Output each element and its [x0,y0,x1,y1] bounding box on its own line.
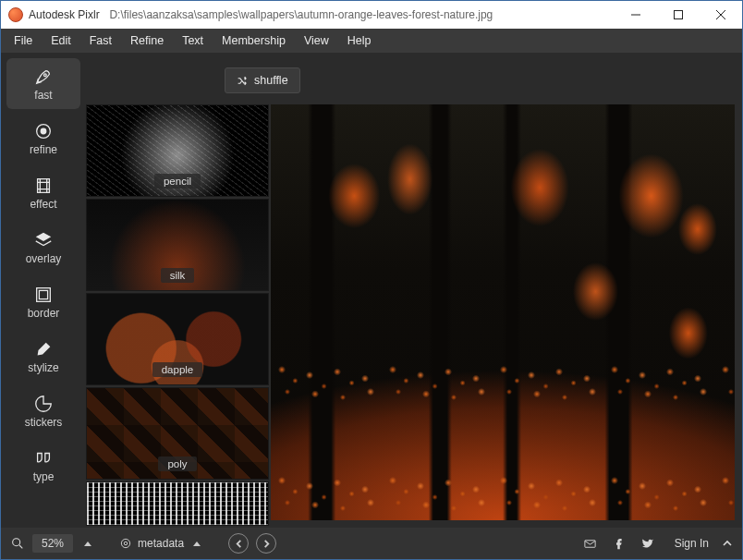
style-thumb-label: pencil [154,174,201,189]
zoom-up-icon[interactable] [84,542,91,546]
menu-refine[interactable]: Refine [121,30,173,51]
canvas-toolbar: shuffle [269,53,742,104]
svg-point-14 [13,539,20,546]
tool-type[interactable]: type [6,440,80,491]
quote-icon [33,448,54,469]
menu-fast[interactable]: Fast [80,30,121,51]
titlebar: Autodesk Pixlr D:\files\aanzaksa\samples… [1,1,742,29]
app-icon [8,7,23,22]
tool-stickers[interactable]: stickers [6,385,80,436]
tool-label: type [33,470,55,483]
tool-label: effect [30,198,56,211]
style-thumb-poly[interactable]: poly [86,387,269,480]
canvas-image [271,104,735,520]
layers-icon [33,230,54,250]
shuffle-label: shuffle [254,74,288,87]
app-name: Autodesk Pixlr [29,8,100,21]
tool-label: border [28,307,60,320]
svg-point-6 [41,128,46,134]
brush-icon [33,339,54,359]
zoom-icon[interactable] [10,536,25,551]
svg-line-15 [19,545,22,548]
menu-help[interactable]: Help [338,30,381,51]
metadata-toggle[interactable]: metadata [119,537,201,550]
zoom-level[interactable]: 52% [32,534,73,553]
tool-overlay[interactable]: overlay [6,222,80,273]
style-thumb-next[interactable] [86,481,269,526]
style-thumb-dapple[interactable]: dapple [86,293,269,385]
svg-rect-7 [38,178,50,192]
minimize-button[interactable] [615,1,657,29]
gear-icon [119,537,132,550]
tool-label: stickers [25,416,63,429]
tool-label: stylize [28,361,58,374]
social-links [583,537,654,551]
svg-point-17 [121,539,129,547]
tool-effect[interactable]: effect [6,167,80,218]
menu-edit[interactable]: Edit [42,30,80,51]
svg-point-16 [124,542,128,545]
facebook-icon[interactable] [612,537,626,551]
metadata-label: metadata [138,537,184,550]
file-path: D:\files\aanzaksa\samples\wallpapers\aut… [109,8,493,21]
zoom-value: 52% [42,537,64,550]
tool-label: overlay [26,252,62,265]
twitter-icon[interactable] [640,537,654,551]
chevron-up-icon[interactable] [722,538,733,549]
signin-link[interactable]: Sign In [675,537,709,550]
style-thumb-label: silk [161,268,195,283]
style-thumb-silk[interactable]: silk [86,199,269,291]
target-icon [33,121,54,141]
menu-view[interactable]: View [295,30,338,51]
style-thumb-label: poly [158,457,196,471]
tool-border[interactable]: border [6,276,80,327]
style-thumb-pencil[interactable]: pencil [86,104,269,197]
history-back-button[interactable] [228,533,249,554]
film-icon [33,176,54,196]
menu-file[interactable]: File [5,30,42,51]
svg-rect-13 [39,290,47,298]
image-canvas[interactable] [271,104,735,520]
frame-icon [33,285,54,305]
menubar: File Edit Fast Refine Text Membership Vi… [1,29,742,53]
shuffle-icon [237,75,249,87]
close-button[interactable] [700,1,742,29]
rocket-icon [33,67,54,87]
chevron-up-icon [193,542,201,546]
canvas-area: shuffle [269,53,742,528]
menu-membership[interactable]: Membership [213,30,295,51]
svg-point-4 [43,73,46,76]
svg-rect-1 [675,11,683,19]
tool-label: refine [30,143,57,156]
style-preset-list: pencil silk dapple poly [86,53,269,528]
statusbar: 52% metadata Sign In [1,528,742,559]
mail-icon[interactable] [583,537,597,551]
app-window: Autodesk Pixlr D:\files\aanzaksa\samples… [0,0,743,560]
shuffle-button[interactable]: shuffle [225,67,300,93]
tool-stylize[interactable]: stylize [6,331,80,382]
svg-rect-18 [585,540,595,547]
tool-refine[interactable]: refine [6,113,80,164]
tool-label: fast [34,89,52,102]
maximize-button[interactable] [657,1,700,29]
style-thumb-label: dapple [152,362,203,377]
history-forward-button[interactable] [256,533,276,554]
tool-sidebar: fast refine effect overlay border styliz… [1,53,86,528]
menu-text[interactable]: Text [173,30,213,51]
sticker-icon [33,394,54,414]
main-area: fast refine effect overlay border styliz… [1,53,742,528]
tool-fast[interactable]: fast [6,58,80,109]
